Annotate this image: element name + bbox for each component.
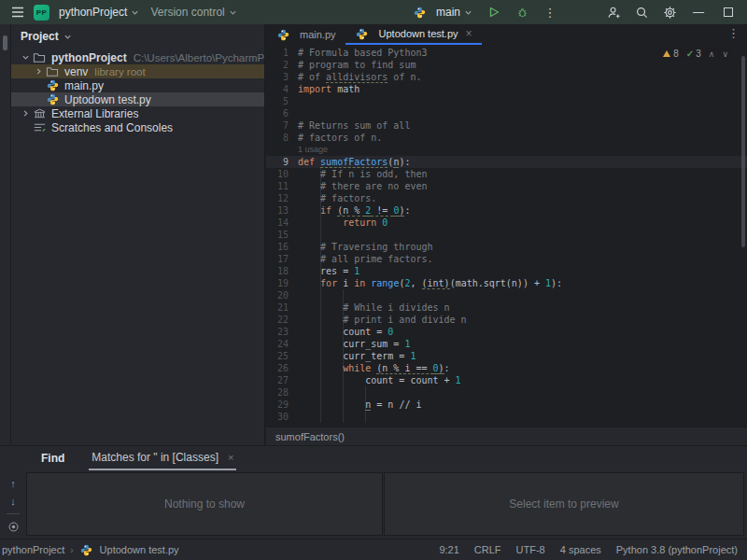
status-4-spaces[interactable]: 4 spaces — [560, 544, 601, 555]
line-number: 5 — [266, 95, 298, 107]
close-icon[interactable]: × — [466, 28, 472, 39]
chevron-right-icon[interactable] — [32, 67, 45, 76]
project-tree: pythonProject C:\Users\Alberto\PycharmPr… — [11, 50, 264, 134]
settings-gear-icon[interactable] — [661, 4, 678, 21]
search-icon[interactable] — [633, 4, 650, 21]
code-line-10[interactable]: 10 # If n is odd, then — [266, 168, 747, 180]
previous-occurrence-icon[interactable]: ↑ — [5, 478, 21, 489]
project-name-label: pythonProject — [59, 6, 127, 19]
code-line-19[interactable]: 19 for i in range(2, (int)(math.sqrt(n))… — [266, 277, 747, 289]
minimize-icon[interactable]: — — [689, 4, 708, 21]
code-line-25[interactable]: 25 curr_term = 1 — [266, 350, 747, 362]
code-line-11[interactable]: 11 # there are no even — [266, 180, 747, 192]
next-occurrence-icon[interactable]: ↓ — [5, 496, 21, 507]
line-number: 16 — [266, 241, 298, 253]
code-line-12[interactable]: 12 # factors. — [266, 192, 747, 204]
code-line-7[interactable]: 7# Returns sum of all — [266, 119, 747, 132]
maximize-icon[interactable] — [719, 4, 738, 21]
tree-item-external-libraries[interactable]: External Libraries — [11, 106, 264, 120]
vcs-widget[interactable]: Version control — [148, 6, 238, 19]
tree-item-pythonproject[interactable]: pythonProject C:\Users\Alberto\PycharmPr… — [11, 50, 264, 64]
tree-item-label: Scratches and Consoles — [51, 121, 173, 134]
run-configuration-selector[interactable]: main — [411, 6, 474, 19]
status-breadcrumb-pythonproject[interactable]: pythonProject — [2, 544, 64, 555]
code-line-27[interactable]: 27 count = count + 1 — [266, 374, 747, 386]
code-line-2[interactable]: 2# program to find sum — [266, 59, 747, 71]
warning-count: 8 — [673, 49, 679, 59]
python-icon — [275, 28, 290, 41]
line-number: 17 — [266, 253, 298, 265]
find-preview-pane[interactable]: Select item to preview — [384, 472, 744, 536]
code-editor[interactable]: 1# Formula based Python32# program to fi… — [266, 45, 747, 427]
run-icon[interactable] — [486, 4, 502, 21]
chevron-right-icon[interactable] — [19, 109, 32, 118]
tab-options-icon[interactable]: ⋮ — [727, 26, 740, 40]
code-line-20[interactable]: 20 — [266, 289, 747, 301]
line-number: 19 — [266, 277, 298, 289]
next-problem-icon[interactable]: ∨ — [722, 49, 728, 59]
tree-item-main-py[interactable]: main.py — [11, 78, 264, 92]
code-line-9[interactable]: 9def sumofFactors(n): — [266, 156, 747, 168]
code-line-16[interactable]: 16 # Traversing through — [266, 241, 747, 253]
code-line-4[interactable]: 4import math — [266, 83, 747, 95]
code-line-14[interactable]: 14 return 0 — [266, 217, 747, 229]
find-results-list[interactable]: Nothing to show — [26, 472, 383, 536]
editor-tab-uptodown-test-py[interactable]: Uptodown test.py × — [345, 24, 482, 45]
tree-item-label: pythonProject — [51, 51, 127, 64]
editor-scrollbar[interactable] — [741, 56, 745, 247]
code-line-3[interactable]: 3# of alldivisors of n. — [266, 71, 747, 83]
tree-item-venv[interactable]: venv library root — [11, 64, 264, 78]
code-line-29[interactable]: 29 n = n // i — [266, 399, 747, 411]
status-bar: pythonProject›Uptodown test.py 9:21CRLFU… — [0, 539, 747, 560]
chevron-down-icon[interactable] — [63, 33, 72, 41]
editor-tab-main-py[interactable]: main.py — [266, 24, 345, 45]
debug-icon[interactable] — [514, 4, 530, 21]
status-crlf[interactable]: CRLF — [474, 544, 501, 555]
code-line-21[interactable]: 21 # While i divides n — [266, 301, 747, 314]
find-results-tab[interactable]: Matches for " in [Classes] × — [89, 446, 236, 470]
tree-item-path: C:\Users\Alberto\PycharmProjects\pythonP… — [134, 52, 264, 63]
status-breadcrumb-uptodown-test-py[interactable]: Uptodown test.py — [100, 544, 179, 555]
tool-window-stripe[interactable] — [0, 24, 11, 445]
code-line-8[interactable]: 8# factors of n. — [266, 132, 747, 144]
inlay-usage-hint[interactable]: 1 usage — [266, 144, 747, 156]
code-line-26[interactable]: 26 while (n % i == 0): — [266, 362, 747, 374]
inspections-widget[interactable]: 8 ✓3 ∧ ∨ — [659, 48, 732, 60]
tree-item-scratches-and-consoles[interactable]: Scratches and Consoles — [11, 120, 264, 134]
line-number: 21 — [266, 301, 298, 314]
line-number: 2 — [266, 59, 298, 71]
chevron-down-icon — [131, 8, 139, 17]
breadcrumb-item[interactable]: sumofFactors() — [275, 431, 345, 442]
status-9-21[interactable]: 9:21 — [439, 544, 458, 555]
code-line-17[interactable]: 17 # all prime factors. — [266, 253, 747, 265]
more-actions-icon[interactable]: ⋮ — [542, 4, 558, 21]
code-line-24[interactable]: 24 curr_sum = 1 — [266, 338, 747, 350]
line-number: 15 — [266, 229, 298, 241]
project-stripe-indicator[interactable] — [3, 35, 7, 50]
add-user-icon[interactable] — [605, 4, 622, 21]
code-line-28[interactable]: 28 — [266, 386, 747, 399]
chevron-down-icon[interactable] — [19, 53, 32, 62]
close-icon[interactable]: × — [228, 453, 233, 463]
code-line-30[interactable]: 30 — [266, 411, 747, 423]
previous-problem-icon[interactable]: ∧ — [709, 49, 715, 59]
line-number: 14 — [266, 217, 298, 229]
code-line-15[interactable]: 15 — [266, 229, 747, 241]
code-line-13[interactable]: 13 if (n % 2 != 0): — [266, 204, 747, 217]
code-line-22[interactable]: 22 # print i and divide n — [266, 314, 747, 326]
line-number: 10 — [266, 168, 298, 180]
project-tool-window: Project pythonProject C:\Users\Alberto\P… — [11, 24, 265, 445]
status-python-3-8-pythonproject[interactable]: Python 3.8 (pythonProject) — [616, 544, 738, 555]
main-menu-icon[interactable] — [9, 4, 26, 21]
tree-item-uptodown-test-py[interactable]: Uptodown test.py — [11, 92, 264, 106]
line-number: 18 — [266, 265, 298, 277]
line-number: 12 — [266, 192, 298, 204]
code-line-5[interactable]: 5 — [266, 95, 747, 107]
code-line-23[interactable]: 23 count = 0 — [266, 326, 747, 338]
project-selector[interactable]: pythonProject — [57, 6, 141, 19]
status-utf-8[interactable]: UTF-8 — [516, 544, 545, 555]
preview-icon[interactable] — [5, 521, 21, 533]
code-line-18[interactable]: 18 res = 1 — [266, 265, 747, 277]
code-line-6[interactable]: 6 — [266, 107, 747, 119]
line-number: 11 — [266, 180, 298, 192]
